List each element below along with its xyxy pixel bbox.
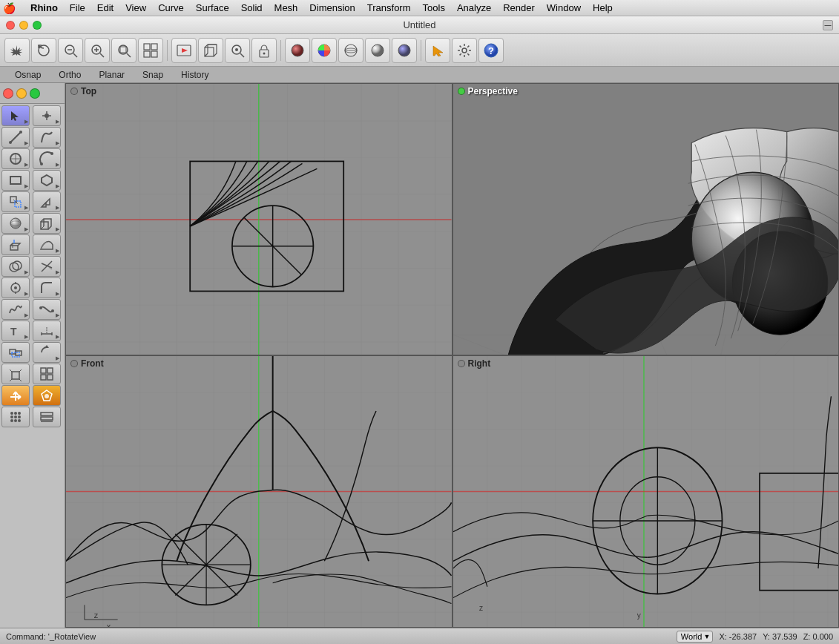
arctic-button[interactable] (392, 38, 417, 63)
viewport-front-svg: z x (66, 356, 452, 627)
arc-tool[interactable]: ▶ (33, 148, 61, 169)
select-tool[interactable]: ▶ (1, 105, 30, 126)
osnap-toggle[interactable]: Osnap (6, 69, 50, 81)
rendered-button[interactable] (365, 38, 390, 63)
ortho-toggle[interactable]: Ortho (50, 69, 90, 81)
worksession-tool[interactable] (33, 385, 61, 406)
viewport-right[interactable]: Right (453, 355, 840, 628)
svg-line-5 (100, 53, 104, 57)
svg-text:y: y (636, 611, 641, 620)
svg-text:?: ? (488, 45, 494, 56)
help-button[interactable]: ? (478, 38, 504, 63)
render-preview-button[interactable] (171, 38, 197, 63)
viewport-perspective-svg: x y z (453, 84, 839, 355)
menu-curve[interactable]: Curve (152, 0, 190, 16)
color-button[interactable] (312, 38, 337, 63)
trim-tool[interactable]: ▶ (33, 256, 61, 277)
fillet-tool[interactable]: ▶ (33, 277, 61, 298)
text-tool[interactable]: T ▶ (1, 321, 30, 341)
transform-tool[interactable]: ▶ (1, 191, 30, 212)
zoom-extents-button[interactable] (111, 38, 136, 63)
shaded-button[interactable] (285, 38, 310, 63)
minimize-button[interactable] (19, 21, 28, 30)
lock-button[interactable] (251, 38, 277, 63)
close-button[interactable] (6, 21, 15, 30)
svg-point-72 (51, 309, 54, 312)
viewport-front[interactable]: Front (65, 355, 453, 628)
collapse-button[interactable]: — (823, 20, 833, 30)
menu-file[interactable]: File (64, 0, 91, 16)
pan-tool-button[interactable] (4, 38, 30, 63)
four-view-button[interactable] (138, 38, 163, 63)
dimension-tool[interactable]: ▶ (33, 321, 61, 341)
menu-render[interactable]: Render (497, 0, 541, 16)
coordinate-system-dropdown[interactable]: World ▼ (677, 631, 714, 643)
svg-point-22 (235, 48, 238, 51)
surface-tool[interactable]: ▶ (33, 234, 61, 255)
menu-solid[interactable]: Solid (235, 0, 269, 16)
group-tool[interactable] (1, 342, 30, 363)
viewport-perspective[interactable]: Perspective (453, 83, 840, 355)
rotate-view-button[interactable] (31, 38, 56, 63)
maximize-button[interactable] (33, 21, 42, 30)
menu-surface[interactable]: Surface (190, 0, 235, 16)
history-toggle[interactable]: History (172, 69, 217, 81)
zoom-out-button[interactable] (58, 38, 83, 63)
blend-tool[interactable]: ▶ (33, 299, 61, 320)
circle-tool[interactable]: ▶ (1, 148, 30, 169)
menu-rhino[interactable]: Rhino (24, 0, 64, 16)
scale-tool[interactable]: ▶ (33, 191, 61, 212)
svg-line-65 (42, 263, 52, 268)
zoom-selected-button[interactable] (225, 38, 250, 63)
rotate-tool[interactable]: ▶ (33, 342, 61, 363)
polygon-tool[interactable]: ▶ (33, 170, 61, 191)
sidebar-min-button[interactable] (16, 88, 27, 99)
viewport-top[interactable]: Top (65, 83, 453, 355)
snap-toggle[interactable]: Snap (134, 69, 172, 81)
menu-analyze[interactable]: Analyze (451, 0, 497, 16)
menu-window[interactable]: Window (541, 0, 587, 16)
spline-tool[interactable]: ▶ (1, 299, 30, 320)
svg-line-84 (19, 369, 22, 372)
snap-to-grid[interactable] (1, 407, 30, 427)
svg-point-93 (10, 412, 13, 415)
svg-point-100 (14, 419, 17, 422)
panel-tool[interactable] (33, 407, 61, 427)
svg-point-24 (263, 52, 266, 54)
menu-transform[interactable]: Transform (361, 0, 417, 16)
sidebar: ▶ ▶ ▶ ▶ ▶ ▶ (0, 83, 65, 628)
box-button[interactable] (198, 38, 223, 63)
zoom-in-button[interactable] (85, 38, 110, 63)
apple-logo[interactable]: 🍎 (3, 2, 16, 14)
snap-tool[interactable]: ▶ (1, 277, 30, 298)
box3d-tool[interactable]: ▶ (33, 213, 61, 234)
menu-help[interactable]: Help (587, 0, 619, 16)
curve-tool[interactable]: ▶ (33, 127, 61, 148)
point-tool[interactable]: ▶ (33, 105, 61, 126)
menu-dimension[interactable]: Dimension (303, 0, 361, 16)
menu-tools[interactable]: Tools (417, 0, 451, 16)
line-tool[interactable]: ▶ (1, 127, 30, 148)
extrude-tool[interactable] (1, 234, 30, 255)
sidebar-close-button[interactable] (3, 88, 13, 99)
svg-point-46 (40, 162, 43, 165)
toolbar-separator-1 (167, 40, 168, 61)
sidebar-max-button[interactable] (30, 88, 40, 99)
settings-button[interactable] (452, 38, 477, 63)
menu-edit[interactable]: Edit (91, 0, 119, 16)
layout-tool[interactable] (33, 364, 61, 384)
viewport-top-label: Top (70, 86, 96, 96)
planar-toggle[interactable]: Planar (90, 69, 134, 81)
svg-rect-89 (41, 375, 46, 380)
boolean-tool[interactable]: ▶ (1, 256, 30, 277)
wireframe-button[interactable] (338, 38, 363, 63)
menu-mesh[interactable]: Mesh (269, 0, 304, 16)
sphere-tool[interactable]: ▶ (1, 213, 30, 234)
menu-view[interactable]: View (119, 0, 152, 16)
arrow-tool-button[interactable] (425, 38, 450, 63)
viewport-front-dot (70, 360, 78, 367)
gumball-tool[interactable] (1, 385, 30, 406)
rectangle-tool[interactable]: ▶ (1, 170, 30, 191)
explode-tool[interactable] (1, 364, 30, 384)
toolbar-separator-2 (280, 40, 281, 61)
